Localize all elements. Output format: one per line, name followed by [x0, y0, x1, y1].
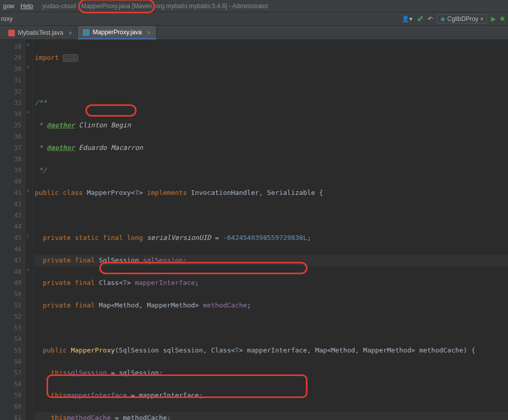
line-number[interactable]: 60 — [0, 401, 21, 412]
line-number[interactable]: 46 — [0, 244, 21, 255]
fold-icon[interactable]: ⊖ — [27, 109, 29, 115]
line-number[interactable]: 34 — [0, 108, 21, 120]
toolbar: roxy 👤▾ ↶ ◆CglibDProy ▾ ▶ ✱ — [0, 12, 508, 26]
line-number[interactable]: 51 — [0, 300, 21, 311]
window-title: yudao-cloud - MapperProxy.java [Maven: o… — [42, 3, 269, 10]
line-number[interactable]: 36 — [0, 131, 21, 142]
line-number[interactable]: 48 — [0, 266, 21, 277]
tab-mapperproxy[interactable]: MapperProxy.java × — [78, 26, 156, 39]
fold-end-icon[interactable]: │ — [27, 233, 29, 238]
fold-column[interactable]: ⊕ ⊖ ⊖ ⊖ │ ⊖ — [26, 40, 33, 420]
code-content[interactable]: import ... /** * @author Clinton Begin *… — [33, 40, 508, 420]
line-number[interactable]: 37 — [0, 142, 21, 153]
line-number[interactable]: 50 — [0, 289, 21, 300]
line-number[interactable]: 41 — [0, 187, 21, 198]
fold-icon[interactable]: ⊖ — [27, 188, 29, 193]
line-number[interactable]: 47 — [0, 255, 21, 266]
line-number[interactable]: 39 — [0, 165, 21, 176]
line-number[interactable]: 43 — [0, 210, 21, 221]
menu-help[interactable]: Help — [20, 3, 33, 10]
line-number[interactable]: 49 — [0, 277, 21, 289]
line-number[interactable]: 56 — [0, 356, 21, 367]
fold-icon[interactable]: ⊖ — [27, 64, 29, 70]
run-button[interactable]: ▶ — [491, 15, 496, 23]
line-number[interactable]: 29 — [0, 52, 21, 63]
debug-button[interactable]: ✱ — [500, 15, 505, 23]
line-number[interactable]: 54 — [0, 334, 21, 345]
run-config-select[interactable]: ◆CglibDProy ▾ — [437, 14, 487, 24]
editor[interactable]: 18 29 30 31 32 33 34 35 36 37 38 39 40 4… — [0, 40, 508, 420]
line-number[interactable]: 42 — [0, 198, 21, 210]
fold-icon[interactable]: ⊕ — [27, 42, 29, 47]
menu-window[interactable]: oow — [3, 3, 14, 10]
line-number[interactable]: 53 — [0, 322, 21, 334]
tab-mybatistest[interactable]: MybatisTest.java × — [3, 26, 78, 39]
line-number[interactable]: 55 — [0, 345, 21, 356]
line-number[interactable]: 44 — [0, 221, 21, 232]
line-number[interactable]: 57 — [0, 367, 21, 379]
interface-file-icon — [83, 29, 90, 36]
folded-imports[interactable]: ... — [63, 54, 78, 62]
tab-label: MybatisTest.java — [18, 29, 63, 36]
gutter[interactable]: 18 29 30 31 32 33 34 35 36 37 38 39 40 4… — [0, 40, 26, 420]
line-number[interactable]: 38 — [0, 153, 21, 165]
menubar: oow Help yudao-cloud - MapperProxy.java … — [0, 0, 508, 12]
line-number[interactable]: 52 — [0, 311, 21, 322]
editor-tabs: MybatisTest.java × MapperProxy.java × — [0, 26, 508, 40]
line-number[interactable]: 61 — [0, 412, 21, 420]
line-number[interactable]: 32 — [0, 86, 21, 97]
tab-label: MapperProxy.java — [93, 29, 142, 36]
close-icon[interactable]: × — [147, 29, 151, 36]
close-icon[interactable]: × — [69, 29, 73, 37]
line-number[interactable]: 30 — [0, 63, 21, 75]
line-number[interactable]: 40 — [0, 176, 21, 187]
line-number[interactable]: 33 — [0, 97, 21, 108]
line-number[interactable]: 45 — [0, 232, 21, 244]
fold-icon[interactable]: ⊖ — [27, 267, 29, 272]
java-file-icon — [8, 30, 15, 36]
line-number[interactable]: 58 — [0, 379, 21, 390]
line-number[interactable]: 18 — [0, 41, 21, 52]
user-icon[interactable]: 👤▾ — [402, 15, 412, 23]
line-number[interactable]: 35 — [0, 120, 21, 131]
line-number[interactable]: 59 — [0, 390, 21, 401]
back-icon[interactable]: ↶ — [428, 15, 433, 23]
line-number[interactable]: 31 — [0, 75, 21, 86]
breadcrumb[interactable]: roxy — [0, 15, 13, 23]
build-icon[interactable] — [416, 15, 424, 23]
